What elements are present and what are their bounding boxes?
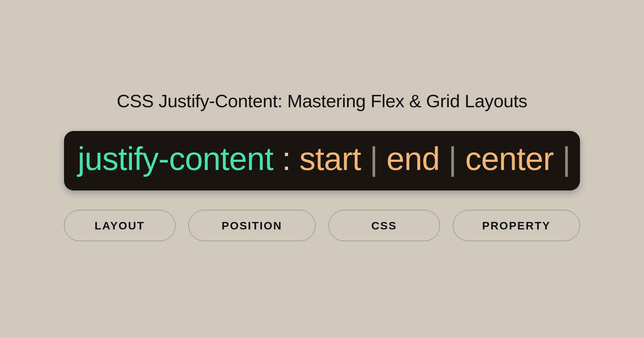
- css-colon: :: [273, 140, 299, 177]
- css-separator: |: [361, 140, 387, 177]
- css-separator: |: [440, 140, 465, 177]
- tag-pill: CSS: [328, 210, 440, 241]
- css-value: end: [386, 140, 440, 177]
- css-value: spa: [579, 140, 580, 177]
- tag-pill: LAYOUT: [64, 210, 175, 241]
- tag-row: LAYOUT POSITION CSS PROPERTY: [64, 210, 580, 241]
- tag-pill: PROPERTY: [453, 210, 580, 241]
- tag-pill: POSITION: [188, 210, 316, 241]
- css-value: start: [299, 140, 361, 177]
- page-title: CSS Justify-Content: Mastering Flex & Gr…: [117, 90, 527, 111]
- css-separator: |: [554, 140, 579, 177]
- code-snippet: justify-content : start | end | center |…: [64, 131, 580, 190]
- css-value: center: [465, 140, 554, 177]
- css-property-name: justify-content: [78, 140, 273, 177]
